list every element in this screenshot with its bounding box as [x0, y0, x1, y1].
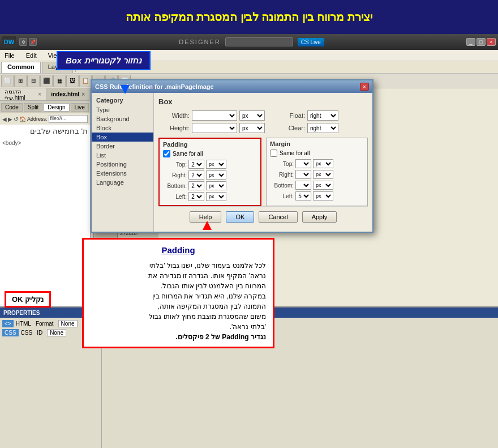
margin-right-unit[interactable]: px [313, 170, 333, 179]
cancel-button[interactable]: Cancel [259, 211, 297, 223]
padding-right-select[interactable]: 2 [188, 170, 204, 180]
margin-top-unit[interactable]: px [313, 159, 333, 168]
padding-bottom-unit[interactable]: px [206, 181, 226, 190]
category-header: Category [92, 95, 153, 105]
tab-code[interactable]: Code [1, 103, 23, 112]
css-rule-dialog[interactable]: CSS Rule definition for .mainPageImage ×… [91, 79, 374, 233]
margin-top-row: Top: px [270, 159, 364, 168]
cs-live-button[interactable]: CS Live [298, 38, 324, 46]
file-tab-index[interactable]: index.html × [46, 88, 90, 100]
title-bar-center: DESIGNER CS Live [37, 37, 466, 46]
cat-type[interactable]: Type [92, 105, 153, 114]
cat-box[interactable]: Box [92, 133, 153, 142]
padding-left-select[interactable]: 2 [188, 192, 204, 201]
tooltip-red-line-3: המרווח בין האלמנט לבין אותו הגבול. [91, 281, 266, 291]
height-select[interactable] [192, 123, 237, 133]
cat-language[interactable]: Language [92, 178, 153, 187]
margin-left-select[interactable]: 5 [295, 191, 311, 200]
tab-common[interactable]: Common [1, 62, 41, 73]
padding-same-all-checkbox[interactable] [163, 150, 170, 157]
cat-positioning[interactable]: Positioning [92, 160, 153, 169]
padding-same-all-row: Same for all [163, 150, 257, 157]
margin-bottom-label: Bottom: [270, 182, 294, 189]
cat-extensions[interactable]: Extensions [92, 169, 153, 178]
padding-right-row: Right: 2 px [163, 170, 257, 180]
padding-top-row: Top: 2 px [163, 160, 257, 169]
tab-live[interactable]: Live [71, 103, 89, 112]
margin-same-all-label: Same for all [280, 150, 310, 156]
minimize-button[interactable]: _ [466, 38, 475, 46]
tooltip-red-line-5: התמונה לבין המסגרת המקיפה אותה, [91, 301, 266, 312]
title-bar: DW ⚙ 📌 DESIGNER CS Live _ □ × [0, 34, 498, 50]
icon-btn-2[interactable]: ⊞ [14, 75, 27, 87]
file-tab-demo[interactable]: הדגמה שלי.html × [0, 88, 46, 100]
address-input[interactable]: file:///... [49, 115, 88, 123]
tooltip-blue-text: נחזור לקטגוריית Box [66, 56, 141, 65]
nav-refresh-icon[interactable]: ↺ [14, 116, 18, 122]
margin-left-row: Left: 5 px [270, 191, 364, 200]
icon-btn-5[interactable]: ▦ [53, 75, 66, 87]
close-tab-icon-2[interactable]: × [81, 91, 85, 97]
icon-btn-1[interactable]: ⬜ [1, 75, 14, 87]
search-box[interactable] [225, 37, 293, 46]
margin-right-select[interactable] [295, 170, 311, 179]
icon-btn-3[interactable]: ⊟ [27, 75, 40, 87]
nav-home-icon[interactable]: 🏠 [19, 116, 26, 122]
html-badge: <> [2, 320, 14, 327]
title-bar-controls: ⚙ 📌 [19, 38, 37, 46]
cat-list[interactable]: List [92, 151, 153, 160]
cat-background[interactable]: Background [92, 114, 153, 123]
apply-button[interactable]: Apply [302, 211, 337, 223]
padding-top-unit[interactable]: px [206, 160, 226, 169]
props-header: Box [158, 97, 368, 106]
id-label: ID [37, 330, 42, 336]
cat-border[interactable]: Border [92, 142, 153, 151]
margin-right-label: Right: [270, 172, 294, 178]
icon-btn-6[interactable]: 🖼 [66, 75, 79, 87]
padding-left-unit[interactable]: px [206, 192, 226, 201]
nav-back-icon[interactable]: ◀ [2, 116, 7, 122]
tab-split[interactable]: Split [24, 103, 42, 112]
width-select[interactable] [192, 110, 237, 121]
tooltip-red-line-2: נראה' המקיף אותו. הגדרה זו מגדירה את [91, 271, 266, 281]
cat-block[interactable]: Block [92, 123, 153, 133]
margin-left-unit[interactable]: px [313, 191, 333, 200]
nav-forward-icon[interactable]: ▶ [8, 116, 12, 122]
margin-bottom-unit[interactable]: px [313, 181, 333, 190]
body-tag: <body> [2, 140, 88, 146]
clear-select[interactable]: right left none both [307, 123, 338, 133]
dialog-body: Category Type Background Block Box Borde… [92, 93, 372, 232]
float-label: Float: [274, 112, 305, 119]
ok-button[interactable]: OK [226, 211, 254, 223]
padding-left-row: Left: 2 px [163, 192, 257, 201]
pin-icon[interactable]: 📌 [29, 38, 37, 46]
close-tab-icon[interactable]: × [38, 91, 41, 97]
margin-same-all-checkbox[interactable] [270, 150, 277, 157]
height-unit-select[interactable]: px [239, 123, 265, 133]
category-panel: Category Type Background Block Box Borde… [92, 93, 154, 232]
dialog-close-button[interactable]: × [360, 83, 369, 91]
menu-file[interactable]: File [2, 52, 17, 59]
clear-row: Clear: right left none both [274, 123, 338, 133]
margin-top-select[interactable] [295, 159, 311, 168]
margin-title: Margin [270, 140, 364, 147]
format-value: None [58, 320, 78, 327]
padding-bottom-select[interactable]: 2 [188, 181, 204, 190]
settings-icon[interactable]: ⚙ [19, 38, 27, 46]
close-button[interactable]: × [487, 38, 496, 46]
float-row: Float: right left none [274, 110, 338, 121]
width-height-section: Width: px Height: [158, 110, 368, 135]
tooltip-red-line-7: 'בלתי נראה'. [91, 322, 266, 332]
menu-edit[interactable]: Edit [24, 52, 39, 59]
padding-top-select[interactable]: 2 [188, 160, 204, 169]
icon-btn-7[interactable]: 📋 [79, 75, 92, 87]
maximize-button[interactable]: □ [476, 38, 486, 46]
id-value: None [47, 329, 66, 336]
margin-same-all-row: Same for all [270, 150, 364, 157]
width-unit-select[interactable]: px [239, 110, 265, 121]
padding-right-unit[interactable]: px [206, 170, 226, 180]
float-select[interactable]: right left none [307, 110, 338, 121]
icon-btn-4[interactable]: ⬛ [40, 75, 53, 87]
margin-bottom-select[interactable] [295, 181, 311, 190]
tab-design[interactable]: Design [44, 103, 69, 112]
